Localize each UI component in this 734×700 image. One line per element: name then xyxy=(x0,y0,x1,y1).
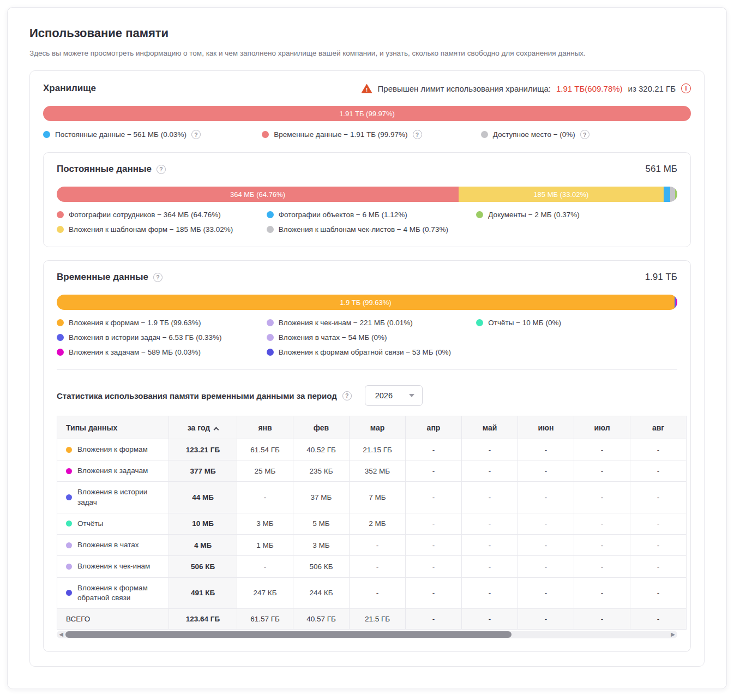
row-month-value: - xyxy=(518,556,574,577)
row-type-label: Вложения в чатах xyxy=(77,540,139,550)
row-month-value: 506 КБ xyxy=(293,556,350,577)
row-type-label: Отчёты xyxy=(77,519,103,529)
legend-dot-icon xyxy=(262,131,269,138)
legend-item: Документы − 2 МБ (0.37%) xyxy=(476,211,677,219)
bar-segment-label: 1.91 ТБ (99.97%) xyxy=(339,110,395,118)
divider xyxy=(57,369,677,370)
total-month-value: - xyxy=(462,608,518,629)
bar-segment: 364 МБ (64.76%) xyxy=(57,187,459,202)
help-icon[interactable]: ? xyxy=(413,130,422,139)
bar-segment xyxy=(675,187,677,202)
row-month-value: - xyxy=(462,556,518,577)
storage-card: Хранилище Превышен лимит использования х… xyxy=(29,70,705,667)
row-month-value: - xyxy=(574,460,630,482)
help-icon[interactable]: ? xyxy=(191,130,201,139)
row-month-value: - xyxy=(574,556,630,577)
row-type-inner: Вложения к чек-инам xyxy=(66,561,160,571)
row-year-value: 123.21 ГБ xyxy=(169,439,237,460)
row-type-inner: Вложения в истории задач xyxy=(66,487,160,507)
row-type-inner: Вложения к формам xyxy=(66,445,160,454)
row-month-value: - xyxy=(350,577,406,608)
scrollbar-track[interactable] xyxy=(65,631,669,638)
row-year-value: 4 МБ xyxy=(169,535,237,556)
legend-item: Доступное место − (0%)? xyxy=(481,130,691,139)
total-month-value: 21.5 ГБ xyxy=(350,608,406,629)
row-month-value: - xyxy=(350,535,406,556)
total-month-value: - xyxy=(574,608,630,629)
table-row: Вложения в чатах4 МБ1 МБ3 МБ------ xyxy=(57,535,687,556)
row-dot-icon xyxy=(66,520,72,527)
legend-item: Фотографии объектов − 6 МБ (1.12%) xyxy=(267,211,468,219)
legend-label: Постоянные данные − 561 МБ (0.03%) xyxy=(55,130,186,139)
row-dot-icon xyxy=(66,447,72,453)
row-type-inner: Вложения в чатах xyxy=(66,540,160,550)
legend-label: Вложения в чатах − 54 МБ (0%) xyxy=(279,333,387,342)
permanent-total: 561 МБ xyxy=(646,164,677,175)
info-icon[interactable]: i xyxy=(681,83,691,93)
total-label: ВСЕГО xyxy=(57,608,169,629)
bar-segment: 1.91 ТБ (99.97%) xyxy=(43,106,691,121)
table-row: Вложения к формам123.21 ГБ61.54 ГБ40.52 … xyxy=(57,439,687,460)
legend-label: Документы − 2 МБ (0.37%) xyxy=(488,211,579,219)
total-month-value: - xyxy=(630,608,687,629)
legend-label: Фотографии объектов − 6 МБ (1.12%) xyxy=(279,211,407,219)
row-month-value: 244 КБ xyxy=(293,577,350,608)
help-icon[interactable]: ? xyxy=(342,391,352,400)
bar-segment-label: 1.9 ТБ (99.63%) xyxy=(340,298,392,307)
row-month-value: 7 МБ xyxy=(350,482,406,513)
legend-item: Постоянные данные − 561 МБ (0.03%)? xyxy=(43,130,253,139)
help-icon[interactable]: ? xyxy=(153,273,163,282)
year-select[interactable]: 2026 xyxy=(365,385,423,406)
legend-label: Вложения к шаблонам чек-листов − 4 МБ (0… xyxy=(279,225,448,234)
sort-asc-icon xyxy=(214,427,219,432)
table-row: Вложения к задачам377 МБ25 МБ235 КБ352 М… xyxy=(57,460,687,482)
legend-label: Вложения к формам обратной связи − 53 МБ… xyxy=(279,348,451,356)
column-header-month: апр xyxy=(406,416,462,439)
column-header-month: фев xyxy=(293,416,350,439)
legend-dot-icon xyxy=(267,334,274,341)
help-icon[interactable]: ? xyxy=(157,165,166,174)
row-type-cell: Отчёты xyxy=(57,513,169,534)
legend-label: Временные данные − 1.91 ТБ (99.97%) xyxy=(274,130,407,139)
row-month-value: - xyxy=(462,577,518,608)
legend-dot-icon xyxy=(476,319,483,326)
table-total-row: ВСЕГО123.64 ГБ61.57 ГБ40.57 ГБ21.5 ГБ---… xyxy=(57,608,687,629)
warning-text: Превышен лимит использования хранилища: xyxy=(378,84,551,93)
bar-segment xyxy=(676,295,677,310)
row-month-value: - xyxy=(630,513,687,534)
row-dot-icon xyxy=(66,590,72,596)
legend-label: Доступное место − (0%) xyxy=(493,130,575,139)
legend-dot-icon xyxy=(57,319,64,326)
column-header-types: Типы данных xyxy=(57,416,169,439)
row-type-cell: Вложения к формам xyxy=(57,439,169,460)
permanent-legend: Фотографии сотрудников − 364 МБ (64.76%)… xyxy=(57,211,677,234)
horizontal-scrollbar[interactable]: ◀ ▶ xyxy=(57,631,677,638)
scroll-right-icon[interactable]: ▶ xyxy=(669,631,677,638)
row-month-value: 40.52 ГБ xyxy=(293,439,350,460)
scrollbar-thumb[interactable] xyxy=(65,631,512,638)
row-month-value: - xyxy=(406,535,462,556)
row-type-inner: Вложения к задачам xyxy=(66,466,160,476)
row-month-value: - xyxy=(237,482,293,513)
legend-dot-icon xyxy=(57,226,64,233)
row-type-cell: Вложения к чек-инам xyxy=(57,556,169,577)
total-month-value: - xyxy=(406,608,462,629)
table-row: Отчёты10 МБ3 МБ5 МБ2 МБ----- xyxy=(57,513,687,534)
legend-label: Вложения к формам − 1.9 ТБ (99.63%) xyxy=(69,319,201,327)
help-icon[interactable]: ? xyxy=(580,130,589,139)
row-month-value: 25 МБ xyxy=(237,460,293,482)
legend-dot-icon xyxy=(267,226,274,233)
row-dot-icon xyxy=(66,494,72,500)
table-row: Вложения к формам обратной связи491 КБ24… xyxy=(57,577,687,608)
warning-value: 1.91 ТБ(609.78%) xyxy=(556,84,623,93)
permanent-usage-bar: 364 МБ (64.76%)185 МБ (33.02%) xyxy=(57,187,677,202)
column-header-year-sort[interactable]: за год xyxy=(169,416,237,439)
scroll-left-icon[interactable]: ◀ xyxy=(57,631,65,638)
row-type-label: Вложения к формам xyxy=(77,445,148,454)
legend-item: Фотографии сотрудников − 364 МБ (64.76%) xyxy=(57,211,258,219)
legend-dot-icon xyxy=(57,334,64,341)
table-row: Вложения в истории задач44 МБ-37 МБ7 МБ-… xyxy=(57,482,687,513)
column-header-month: июн xyxy=(518,416,574,439)
legend-label: Вложения в истории задач − 6.53 ГБ (0.33… xyxy=(69,333,222,342)
row-month-value: 21.15 ГБ xyxy=(350,439,406,460)
